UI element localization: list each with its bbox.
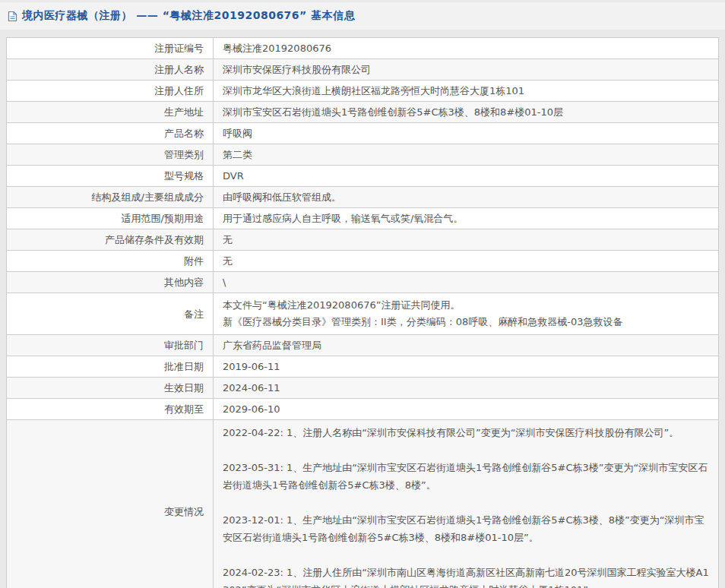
row-value: 深圳市宝安区石岩街道塘头1号路创维创新谷5#C栋3楼、8楼和8#楼01-10层 (214, 102, 719, 123)
row-value: 由呼吸阀和低压软管组成。 (214, 187, 719, 208)
table-row: 产品名称呼吸阀 (7, 123, 719, 144)
row-label: 注册证编号 (7, 38, 214, 59)
row-label: 注册人名称 (7, 59, 214, 81)
table-row: 适用范围/预期用途用于通过感应病人自主呼吸，输送氧气或笑/氧混合气。 (7, 208, 719, 229)
row-label: 生产地址 (7, 102, 214, 123)
row-value: 广东省药品监督管理局 (214, 335, 719, 356)
table-row: 注册证编号粤械注准20192080676 (7, 38, 719, 59)
row-value: 无 (214, 229, 719, 251)
table-row: 批准日期2019-06-11 (7, 356, 719, 378)
row-value: 呼吸阀 (214, 123, 719, 144)
row-value: 本文件与“粤械注准20192080676”注册证共同使用。新《医疗器械分类目录》… (214, 293, 719, 335)
row-label: 变更情况 (7, 420, 214, 588)
row-label: 附件 (7, 251, 214, 272)
change-record: 2024-02-23: 1、注册人住所由“深圳市南山区粤海街道高新区社区高新南七… (223, 564, 709, 588)
row-label: 生效日期 (7, 378, 214, 399)
table-row: 备注本文件与“粤械注准20192080676”注册证共同使用。新《医疗器械分类目… (7, 293, 719, 335)
row-label: 管理类别 (7, 144, 214, 166)
row-label: 注册人住所 (7, 81, 214, 102)
table-row: 附件无 (7, 251, 719, 272)
table-row: 审批部门广东省药品监督管理局 (7, 335, 719, 356)
table-row: 产品储存条件及有效期无 (7, 229, 719, 251)
row-value: 2024-06-11 (214, 378, 719, 399)
row-label: 适用范围/预期用途 (7, 208, 214, 229)
table-row: 其他内容\ (7, 272, 719, 293)
row-value: 用于通过感应病人自主呼吸，输送氧气或笑/氧混合气。 (214, 208, 719, 229)
table-row: 型号规格DVR (7, 166, 719, 187)
table-row: 有效期至2029-06-10 (7, 399, 719, 420)
row-value: 深圳市龙华区大浪街道上横朗社区福龙路旁恒大时尚慧谷大厦1栋101 (214, 81, 719, 102)
row-value: 2019-06-11 (214, 356, 719, 378)
table-row: 注册人名称深圳市安保医疗科技股份有限公司 (7, 59, 719, 81)
change-record: 2023-05-31: 1、生产地址由“深圳市宝安区石岩街道塘头1号路创维创新谷… (223, 459, 709, 494)
page-header: 境内医疗器械（注册） —— “粤械注准20192080676” 基本信息 (0, 2, 725, 30)
table-row: 管理类别第二类 (7, 144, 719, 166)
row-value: 第二类 (214, 144, 719, 166)
table-row: 注册人住所深圳市龙华区大浪街道上横朗社区福龙路旁恒大时尚慧谷大厦1栋101 (7, 81, 719, 102)
row-label: 产品名称 (7, 123, 214, 144)
document-icon (8, 11, 17, 22)
row-label: 备注 (7, 293, 214, 335)
table-row: 生效日期2024-06-11 (7, 378, 719, 399)
row-value: 无 (214, 251, 719, 272)
row-value: 粤械注准20192080676 (214, 38, 719, 59)
info-table: 注册证编号粤械注准20192080676注册人名称深圳市安保医疗科技股份有限公司… (6, 37, 719, 588)
row-value-line: 新《医疗器械分类目录》管理类别：II类，分类编码：08呼吸、麻醉和急救器械-03… (223, 314, 709, 330)
table-row: 生产地址深圳市宝安区石岩街道塘头1号路创维创新谷5#C栋3楼、8楼和8#楼01-… (7, 102, 719, 123)
page-title: 境内医疗器械（注册） —— “粤械注准20192080676” 基本信息 (22, 9, 355, 23)
row-value: \ (214, 272, 719, 293)
row-label: 其他内容 (7, 272, 214, 293)
row-label: 批准日期 (7, 356, 214, 378)
row-label: 产品储存条件及有效期 (7, 229, 214, 251)
table-row: 变更情况2022-04-22: 1、注册人名称由“深圳市安保科技有限公司”变更为… (7, 420, 719, 588)
change-record: 2023-12-01: 1、生产地址由“深圳市宝安区石岩街道塘头1号路创维创新谷… (223, 511, 709, 546)
row-label: 结构及组成/主要组成成分 (7, 187, 214, 208)
table-row: 结构及组成/主要组成成分由呼吸阀和低压软管组成。 (7, 187, 719, 208)
row-value: 2022-04-22: 1、注册人名称由“深圳市安保科技有限公司”变更为“深圳市… (214, 420, 719, 588)
row-label: 审批部门 (7, 335, 214, 356)
row-value: 2029-06-10 (214, 399, 719, 420)
page: 境内医疗器械（注册） —— “粤械注准20192080676” 基本信息 注册证… (0, 2, 725, 588)
row-value: DVR (214, 166, 719, 187)
row-label: 有效期至 (7, 399, 214, 420)
row-value: 深圳市安保医疗科技股份有限公司 (214, 59, 719, 81)
row-value-line: 本文件与“粤械注准20192080676”注册证共同使用。 (223, 297, 709, 314)
row-label: 型号规格 (7, 166, 214, 187)
change-record: 2022-04-22: 1、注册人名称由“深圳市安保科技有限公司”变更为“深圳市… (223, 424, 709, 441)
